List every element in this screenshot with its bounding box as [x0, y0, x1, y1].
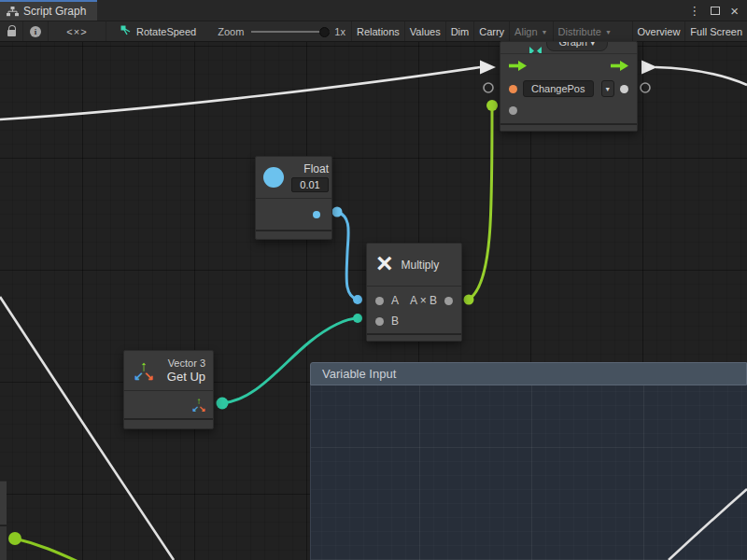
- float-node-body: [256, 199, 331, 230]
- graph-unit-icon: [529, 42, 542, 54]
- multiply-node-title: Multiply: [402, 259, 440, 272]
- dropdown-caret-button[interactable]: ▼: [601, 80, 615, 97]
- graph-canvas[interactable]: Variable Input: [0, 42, 747, 560]
- distribute-dropdown[interactable]: Distribute▼: [553, 21, 616, 41]
- script-graph-window: Script Graph ⋮ × i <×> RotateSpeed: [0, 0, 747, 560]
- float-value-field[interactable]: 0.01: [291, 177, 329, 192]
- variable-input-body: [310, 385, 747, 560]
- flow-output-arrow-icon[interactable]: [611, 61, 628, 71]
- relations-button[interactable]: Relations: [351, 21, 404, 41]
- lock-icon: [7, 30, 16, 36]
- vector-node-title: Get Up: [167, 370, 205, 384]
- multiply-input-a-port[interactable]: [375, 297, 384, 305]
- chevron-down-icon: ▼: [604, 86, 611, 92]
- float-node-title: Float: [303, 162, 329, 175]
- tab-script-graph[interactable]: Script Graph: [0, 0, 97, 21]
- wire-flow-in: [0, 67, 480, 119]
- multiply-output-port[interactable]: [444, 297, 453, 305]
- float-type-icon: [263, 167, 284, 188]
- wire-endpoint-green: [8, 532, 21, 545]
- port-gray-input[interactable]: [509, 106, 517, 115]
- port-orange-input[interactable]: [509, 85, 517, 93]
- chevron-down-icon: ▾: [590, 42, 596, 48]
- close-icon[interactable]: ×: [730, 4, 739, 18]
- flow-arrowhead-out: [641, 61, 657, 75]
- vector3-icon: ↑↙↘: [132, 361, 156, 381]
- clipped-node-left[interactable]: [0, 481, 7, 525]
- vector3-get-up-node[interactable]: ↑↙↘ Vector 3 Get Up ↑↙↘: [123, 350, 214, 429]
- tab-title: Script Graph: [23, 5, 86, 18]
- multiply-node-header: × Multiply: [367, 244, 461, 287]
- flow-input-arrow-icon[interactable]: [509, 61, 527, 71]
- port-a-label: A: [391, 294, 399, 307]
- vector-node-body: ↑↙↘: [124, 391, 213, 418]
- zoom-value: 1x: [334, 26, 345, 37]
- multiply-node-footer: [367, 333, 461, 341]
- empty-port-circle-right[interactable]: [641, 83, 650, 92]
- dim-button[interactable]: Dim: [445, 21, 474, 41]
- clipped-node-left-footer: [0, 526, 7, 560]
- overview-button[interactable]: Overview: [632, 21, 685, 41]
- port-out-label: A × B: [410, 294, 437, 307]
- values-button[interactable]: Values: [404, 21, 445, 41]
- lock-button[interactable]: [0, 21, 23, 41]
- chevron-down-icon: ▼: [542, 29, 548, 35]
- vector-node-header: ↑↙↘ Vector 3 Get Up: [124, 351, 213, 391]
- wire-endpoint-blue-end: [353, 295, 362, 304]
- variable-input-header[interactable]: Variable Input: [310, 362, 747, 385]
- multiply-node[interactable]: × Multiply A A × B B: [366, 243, 462, 342]
- graph-node-footer: [500, 123, 637, 131]
- info-icon: i: [30, 26, 41, 37]
- multiply-node-body: A A × B B: [367, 287, 461, 333]
- port-value-output[interactable]: [620, 85, 628, 93]
- graph-title-pill[interactable]: Graph ▾: [546, 42, 607, 51]
- wire-green-bottom-left: [15, 539, 78, 560]
- align-dropdown[interactable]: Align▼: [509, 21, 552, 41]
- float-output-port[interactable]: [313, 211, 320, 218]
- float-node-footer: [256, 230, 331, 237]
- variable-input-panel[interactable]: Variable Input: [310, 362, 747, 560]
- graph-name-label: RotateSpeed: [136, 26, 196, 37]
- zoom-slider[interactable]: [251, 26, 330, 37]
- window-menu-icon[interactable]: ⋮: [688, 5, 700, 17]
- wire-multiply-to-graph: [469, 105, 492, 300]
- zoom-slider-track: [251, 31, 330, 33]
- maximize-icon[interactable]: [711, 7, 720, 15]
- vector3-output-port[interactable]: ↑↙↘: [191, 399, 206, 412]
- graph-breadcrumb[interactable]: RotateSpeed: [120, 25, 196, 38]
- wire-endpoint-teal-start: [217, 398, 229, 410]
- fullscreen-button[interactable]: Full Screen: [684, 21, 747, 41]
- wire-endpoint-lime-start: [464, 295, 474, 305]
- graph-node-header: Graph ▾: [500, 42, 637, 54]
- vector-node-type: Vector 3: [168, 357, 205, 369]
- graph-event-node[interactable]: Graph ▾ ChangePos ▼: [500, 41, 638, 132]
- graph-hierarchy-icon: [7, 7, 19, 17]
- float-node-header: Float 0.01: [256, 157, 331, 199]
- graph-node-flow-row: [500, 54, 637, 77]
- code-view-button[interactable]: <×>: [49, 21, 106, 41]
- graph-toolbar: i <×> RotateSpeed Zoom 1x Relations Valu…: [0, 21, 747, 42]
- chevron-down-icon: ▼: [605, 29, 612, 35]
- empty-port-circle-left[interactable]: [484, 83, 493, 92]
- carry-button[interactable]: Carry: [473, 21, 509, 41]
- wire-endpoint-lime-end: [486, 100, 498, 111]
- multiply-input-b-port[interactable]: [375, 317, 384, 326]
- zoom-slider-handle[interactable]: [319, 27, 330, 37]
- wire-endpoint-blue-start: [332, 207, 343, 217]
- wire-endpoint-teal-end: [353, 314, 362, 323]
- info-button[interactable]: i: [23, 21, 49, 41]
- flow-arrowhead-in: [480, 61, 496, 75]
- zoom-label: Zoom: [218, 26, 244, 37]
- machine-icon: [120, 25, 132, 38]
- float-node[interactable]: Float 0.01: [255, 156, 332, 240]
- panel-title: Variable Input: [322, 367, 396, 381]
- wire-float-to-multiply: [337, 212, 358, 300]
- graph-node-dropdown-row: ChangePos ▼: [500, 77, 637, 100]
- title-bar: Script Graph ⋮ ×: [0, 0, 747, 21]
- graph-node-extra-row: [500, 100, 637, 120]
- code-icon: <×>: [66, 26, 87, 37]
- multiply-icon: ×: [376, 249, 393, 277]
- port-b-label: B: [391, 315, 399, 328]
- vector-node-footer: [124, 418, 213, 426]
- changepos-dropdown[interactable]: ChangePos: [523, 80, 594, 97]
